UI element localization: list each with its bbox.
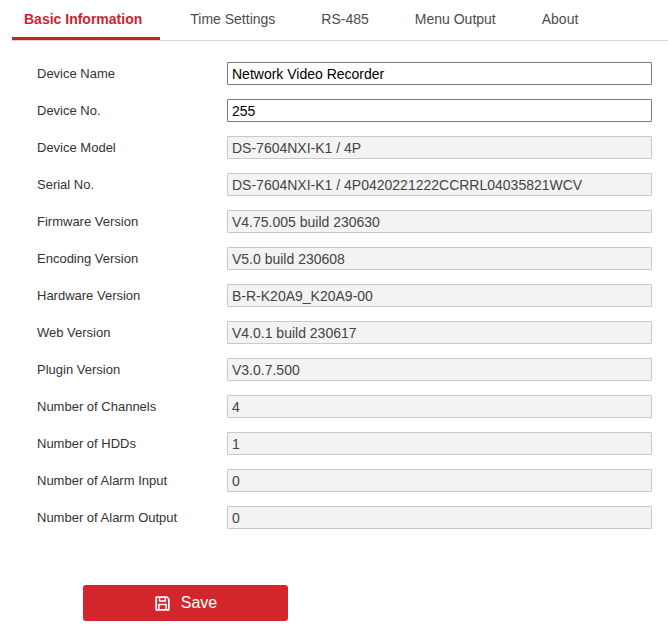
form-row-web-version: Web Version [37, 321, 652, 344]
form-row-number-of-channels: Number of Channels [37, 395, 652, 418]
form-row-number-of-alarm-input: Number of Alarm Input [37, 469, 652, 492]
hardware-version-field [227, 284, 652, 307]
device-model-label: Device Model [37, 140, 227, 155]
encoding-version-label: Encoding Version [37, 251, 227, 266]
device-name-label: Device Name [37, 66, 227, 81]
encoding-version-field [227, 247, 652, 270]
device-no-input[interactable] [227, 99, 652, 122]
plugin-version-field [227, 358, 652, 381]
tab-time-settings[interactable]: Time Settings [174, 0, 291, 40]
device-model-field [227, 136, 652, 159]
device-no-label: Device No. [37, 103, 227, 118]
hdds-count-label: Number of HDDs [37, 436, 227, 451]
save-button[interactable]: Save [83, 585, 288, 621]
tab-bar: Basic Information Time Settings RS-485 M… [12, 0, 668, 41]
alarm-input-count-label: Number of Alarm Input [37, 473, 227, 488]
form-row-encoding-version: Encoding Version [37, 247, 652, 270]
tab-about[interactable]: About [526, 0, 595, 40]
save-button-label: Save [181, 594, 217, 612]
tab-basic-information[interactable]: Basic Information [12, 0, 160, 40]
form-row-number-of-hdds: Number of HDDs [37, 432, 652, 455]
hdds-count-field [227, 432, 652, 455]
channels-count-field [227, 395, 652, 418]
firmware-version-label: Firmware Version [37, 214, 227, 229]
basic-information-page: Basic Information Time Settings RS-485 M… [0, 0, 668, 637]
form-row-device-no: Device No. [37, 99, 652, 122]
channels-count-label: Number of Channels [37, 399, 227, 414]
form-row-plugin-version: Plugin Version [37, 358, 652, 381]
form-row-number-of-alarm-output: Number of Alarm Output [37, 506, 652, 529]
device-name-input[interactable] [227, 62, 652, 85]
alarm-input-count-field [227, 469, 652, 492]
form-row-hardware-version: Hardware Version [37, 284, 652, 307]
plugin-version-label: Plugin Version [37, 362, 227, 377]
form-row-firmware-version: Firmware Version [37, 210, 652, 233]
form-row-serial-no: Serial No. [37, 173, 652, 196]
floppy-disk-icon [154, 595, 171, 612]
hardware-version-label: Hardware Version [37, 288, 227, 303]
web-version-field [227, 321, 652, 344]
serial-no-label: Serial No. [37, 177, 227, 192]
alarm-output-count-label: Number of Alarm Output [37, 510, 227, 525]
tab-rs-485[interactable]: RS-485 [305, 0, 384, 40]
form-row-device-name: Device Name [37, 62, 652, 85]
serial-no-field [227, 173, 652, 196]
firmware-version-field [227, 210, 652, 233]
form-row-device-model: Device Model [37, 136, 652, 159]
alarm-output-count-field [227, 506, 652, 529]
device-info-form: Device Name Device No. Device Model Seri… [0, 41, 668, 621]
tab-menu-output[interactable]: Menu Output [399, 0, 512, 40]
web-version-label: Web Version [37, 325, 227, 340]
